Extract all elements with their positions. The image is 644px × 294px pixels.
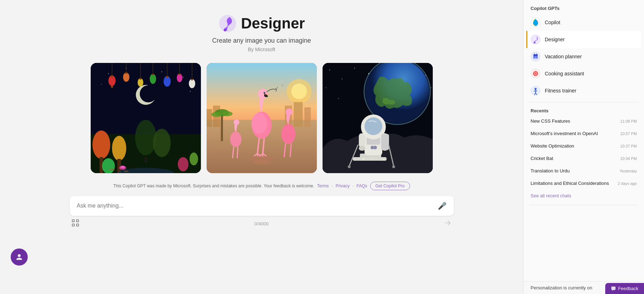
svg-point-98 xyxy=(326,87,326,88)
svg-point-43 xyxy=(190,153,198,165)
svg-rect-139 xyxy=(533,54,538,56)
recent-label-webopt: Website Optimization xyxy=(531,143,617,149)
svg-rect-132 xyxy=(76,224,79,226)
svg-rect-129 xyxy=(72,220,74,222)
svg-rect-21 xyxy=(152,74,154,75)
svg-rect-23 xyxy=(166,76,168,78)
astronaut-image xyxy=(323,63,433,173)
svg-rect-56 xyxy=(294,102,303,127)
recent-label-css: New CSS Features xyxy=(531,118,617,124)
svg-rect-27 xyxy=(191,79,193,80)
char-count: 0/4000 xyxy=(255,221,269,226)
svg-point-92 xyxy=(354,68,355,69)
fitness-icon xyxy=(531,86,541,96)
recent-time-webopt: 10:37 PM xyxy=(620,144,637,148)
svg-point-146 xyxy=(535,73,536,74)
recent-label-ethical: Limitations and Ethical Considerations xyxy=(531,181,615,186)
svg-rect-19 xyxy=(139,78,142,80)
recent-time-ethical: 2 days ago xyxy=(618,181,637,186)
feedback-button[interactable]: Feedback xyxy=(605,283,644,294)
copilot-gpts-title: Copilot GPTs xyxy=(523,0,644,14)
svg-point-125 xyxy=(392,165,395,168)
recent-item-webopt[interactable]: Website Optimization 10:37 PM xyxy=(523,140,644,152)
gpts-list: Copilot Designer xyxy=(523,14,644,99)
svg-point-136 xyxy=(533,42,536,43)
designer-app-icon xyxy=(218,14,237,33)
divider-1 xyxy=(529,102,638,102)
recent-label-openai: Microsoft's investment in OpenAI xyxy=(531,131,617,136)
svg-rect-57 xyxy=(304,107,311,127)
recent-item-cricket[interactable]: Cricket Bat 10:34 PM xyxy=(523,152,644,165)
recent-item-urdu[interactable]: Translation to Urdu Yesterday xyxy=(523,165,644,177)
svg-rect-115 xyxy=(359,133,365,148)
recent-item-ethical[interactable]: Limitations and Ethical Considerations 2… xyxy=(523,177,644,189)
input-area: 🎤 0/4000 xyxy=(70,196,454,229)
svg-rect-121 xyxy=(381,134,389,150)
svg-rect-131 xyxy=(72,224,74,226)
recent-time-urdu: Yesterday xyxy=(619,169,637,173)
lantern-image xyxy=(91,63,201,173)
svg-point-48 xyxy=(124,171,129,172)
vacation-label: Vacation planner xyxy=(545,54,582,59)
faqs-link[interactable]: FAQs xyxy=(357,183,367,188)
sidebar-item-vacation[interactable]: Vacation planner xyxy=(526,48,641,65)
svg-point-5 xyxy=(161,71,162,72)
recent-label-urdu: Translation to Urdu xyxy=(531,168,617,173)
svg-point-100 xyxy=(338,98,339,99)
divider-2 xyxy=(529,205,638,205)
sidebar-item-fitness[interactable]: Fitness trainer xyxy=(526,82,641,99)
designer-icon xyxy=(531,34,541,44)
recent-time-cricket: 10:34 PM xyxy=(620,156,637,161)
svg-point-133 xyxy=(18,254,21,257)
disclaimer-text: This Copilot GPT was made by Microsoft. … xyxy=(113,183,314,188)
designer-label: Designer xyxy=(545,37,565,42)
svg-point-62 xyxy=(211,112,222,117)
recent-item-css[interactable]: New CSS Features 11:08 PM xyxy=(523,115,644,127)
svg-rect-60 xyxy=(221,113,223,141)
recents-list: New CSS Features 11:08 PM Microsoft's in… xyxy=(523,115,644,189)
chat-avatar-button[interactable] xyxy=(11,248,28,266)
svg-rect-142 xyxy=(534,57,537,59)
svg-point-8 xyxy=(190,91,191,92)
svg-point-127 xyxy=(383,159,384,160)
svg-point-79 xyxy=(281,124,296,144)
svg-point-46 xyxy=(145,157,147,159)
sidebar: Copilot GPTs Copilot xyxy=(523,0,644,294)
svg-point-91 xyxy=(342,79,342,79)
send-icon[interactable] xyxy=(443,219,452,229)
recent-label-cricket: Cricket Bat xyxy=(531,156,617,161)
svg-rect-58 xyxy=(207,109,212,127)
svg-rect-14 xyxy=(111,75,113,77)
svg-point-11 xyxy=(140,85,157,102)
recent-item-openai[interactable]: Microsoft's investment in OpenAI 10:57 P… xyxy=(523,127,644,140)
input-box: 🎤 xyxy=(70,196,454,216)
svg-point-117 xyxy=(359,146,365,151)
svg-point-83 xyxy=(230,132,241,147)
title-row: Designer xyxy=(218,14,305,33)
svg-rect-17 xyxy=(125,73,127,74)
main-content: Designer Create any image you can imagin… xyxy=(0,0,523,294)
svg-point-50 xyxy=(121,166,125,169)
cooking-icon xyxy=(531,69,541,79)
see-all-chats-link[interactable]: See all recent chats xyxy=(523,189,644,202)
input-footer: 0/4000 xyxy=(70,219,454,229)
get-copilot-pro-button[interactable]: Get Copilot Pro xyxy=(370,182,410,190)
svg-point-63 xyxy=(222,111,233,116)
copilot-icon xyxy=(531,17,541,27)
svg-point-66 xyxy=(258,89,268,99)
sidebar-item-designer[interactable]: Designer xyxy=(526,31,641,48)
sidebar-item-cooking[interactable]: Cooking assistant xyxy=(526,65,641,82)
svg-point-84 xyxy=(234,119,239,125)
svg-text:♪: ♪ xyxy=(276,85,278,89)
app-subtitle: Create any image you can imagine xyxy=(212,37,311,44)
scan-icon[interactable] xyxy=(71,219,80,229)
mic-icon[interactable]: 🎤 xyxy=(438,202,447,210)
svg-point-42 xyxy=(178,157,188,171)
ask-input[interactable] xyxy=(77,203,438,209)
app-title: Designer xyxy=(241,15,305,32)
svg-point-135 xyxy=(531,35,540,44)
sidebar-item-copilot[interactable]: Copilot xyxy=(526,14,641,31)
privacy-link[interactable]: Privacy xyxy=(336,183,350,188)
terms-link[interactable]: Terms xyxy=(317,183,329,188)
svg-point-88 xyxy=(253,160,271,165)
